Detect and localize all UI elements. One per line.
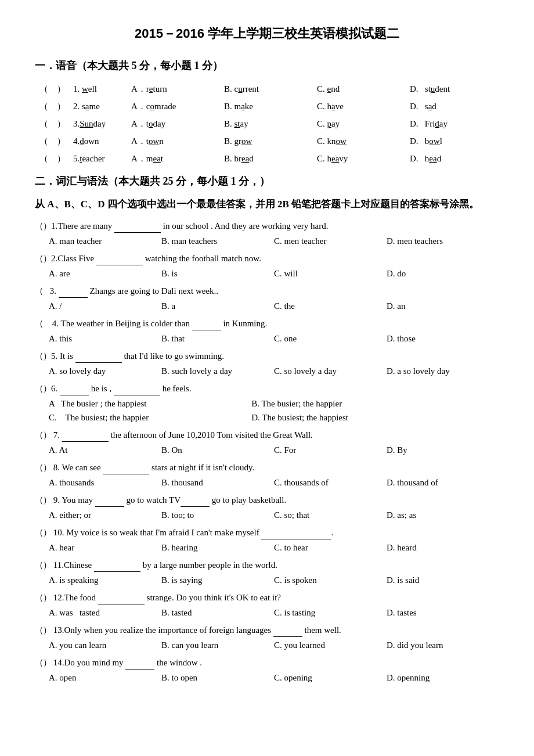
q2-optC: C. have <box>313 98 406 115</box>
q4-optB: B. that <box>161 332 274 345</box>
q3-optD: D. an <box>387 299 499 313</box>
q11-rparen: ） <box>43 558 49 572</box>
questions-container: （ ） 1.There are many in our school . And… <box>35 219 499 685</box>
q13-rparen: ） <box>43 623 49 637</box>
q2-optD: D. sad <box>406 98 499 115</box>
q2-word: 2. same <box>70 98 128 115</box>
q1-optC: C. men teacher <box>274 234 387 248</box>
q10-optB: B. hearing <box>161 541 274 555</box>
paren-2: （ <box>35 98 52 115</box>
q11-blank <box>94 563 140 572</box>
q1-optA: A．return <box>128 80 221 98</box>
q5-optC: C. so lovely a day <box>274 364 387 378</box>
q5-body: 5. It is that I'd like to go swimming. <box>51 349 499 363</box>
q3-optD: D. Friday <box>406 115 499 132</box>
q1-optD: D. student <box>406 80 499 98</box>
q9-options: A. either; or B. too; to C. so; that D. … <box>49 508 499 522</box>
q7-body: 7. the afternoon of June 10,2010 Tom vis… <box>51 428 499 442</box>
q2-body: 2.Class Five watching the football match… <box>51 251 499 265</box>
q11-body: 11.Chinese by a large number people in t… <box>51 558 499 572</box>
q9-rparen: ） <box>43 493 49 507</box>
section2-header: 二．词汇与语法（本大题共 25 分，每小题 1 分，） <box>35 173 499 190</box>
q9-blank1 <box>95 498 124 507</box>
q5-optA: A. so lovely day <box>49 364 161 378</box>
q4-word: 4.down <box>70 132 128 150</box>
q10-optC: C. to hear <box>274 541 387 555</box>
q12-optC: C. is tasting <box>274 606 387 620</box>
q-row-14: （ ） 14.Do you mind my the window . <box>35 656 499 669</box>
q6-rparen: ） <box>43 381 49 395</box>
q2-optB: B. make <box>221 98 313 115</box>
q-row-1: （ ） 1.There are many in our school . And… <box>35 219 499 233</box>
q9-body: 9. You may go to watch TV go to play bas… <box>51 493 499 507</box>
q2-blank <box>96 256 143 265</box>
q5-optB: B. such lovely a day <box>161 364 274 378</box>
q8-blank <box>103 465 149 474</box>
q10-optA: A. hear <box>49 541 161 555</box>
q2-optB: B. is <box>161 267 274 280</box>
q1-optA: A. man teacher <box>49 234 161 248</box>
q14-lparen: （ <box>35 656 43 669</box>
phonetics-table: （ ） 1. well A．return B. current C. end D… <box>35 80 499 167</box>
rparen-2: ） <box>52 98 70 115</box>
q10-lparen: （ <box>35 525 43 539</box>
q-row-3: （ 3. Zhangs are going to Dali next week.… <box>35 284 499 298</box>
q-row-4: （ 4. The weather in Beijing is colder th… <box>35 316 499 330</box>
q14-optA: A. open <box>49 671 161 685</box>
q8-rparen: ） <box>43 460 49 474</box>
q14-body: 14.Do you mind my the window . <box>51 656 499 669</box>
q11-lparen: （ <box>35 558 43 572</box>
q1-optB: B. man teachers <box>161 234 274 248</box>
q1-optD: D. men teachers <box>387 234 499 248</box>
q6-options: A The busier ; the happiest B. The busie… <box>49 397 499 424</box>
q9-blank2 <box>181 498 210 507</box>
q3-optA: A. / <box>49 299 161 313</box>
q-row-12: （ ） 12.The food strange. Do you think it… <box>35 591 499 604</box>
q4-rparen <box>43 316 50 330</box>
q5-lparen: （ <box>35 349 43 363</box>
q7-lparen: （ <box>35 428 43 442</box>
q5-blank <box>75 354 122 363</box>
q5-rparen: ） <box>43 349 49 363</box>
q13-lparen: （ <box>35 623 43 637</box>
q-row-2: （ ） 2.Class Five watching the football m… <box>35 251 499 265</box>
q9-optD: D. as; as <box>387 508 499 522</box>
q4-optC: C. know <box>313 132 406 150</box>
q1-word: 1. well <box>70 80 128 98</box>
q4-lparen: （ <box>35 316 43 330</box>
q9-optA: A. either; or <box>49 508 161 522</box>
paren-5: （ <box>35 150 52 167</box>
q4-optA: A．town <box>128 132 221 150</box>
q-row-6: （ ） 6. he is , he feels. <box>35 381 499 395</box>
q10-rparen: ） <box>43 525 49 539</box>
paren-1: （ <box>35 80 52 98</box>
q3-optC: C. pay <box>313 115 406 132</box>
q2-lparen: （ <box>35 251 43 265</box>
q6-body: 6. he is , he feels. <box>51 381 499 395</box>
q1-lparen: （ <box>35 219 43 233</box>
q10-blank <box>261 530 331 539</box>
q2-options: A. are B. is C. will D. do <box>49 267 499 280</box>
q1-rparen: ） <box>43 219 49 233</box>
q7-rparen: ） <box>43 428 49 442</box>
q14-options: A. open B. to open C. opening D. opennin… <box>49 671 499 685</box>
q10-optD: D. heard <box>387 541 499 555</box>
q14-optC: C. opening <box>274 671 387 685</box>
q7-optA: A. At <box>49 443 161 457</box>
q2-optA: A. are <box>49 267 161 280</box>
q11-optA: A. is speaking <box>49 573 161 587</box>
q14-optB: B. to open <box>161 671 274 685</box>
q-row-11: （ ） 11.Chinese by a large number people … <box>35 558 499 572</box>
q1-options: A. man teacher B. man teachers C. men te… <box>49 234 499 248</box>
q5-optA: A．meat <box>128 150 221 167</box>
q5-optD: D. head <box>406 150 499 167</box>
q13-optA: A. you can learn <box>49 638 161 652</box>
q8-options: A. thousands B. thousand C. thousands of… <box>49 476 499 489</box>
q12-optB: B. tasted <box>161 606 274 620</box>
q12-blank <box>98 595 145 604</box>
q6-optD: D. The busiest; the happiest <box>251 411 454 424</box>
q7-options: A. At B. On C. For D. By <box>49 443 499 457</box>
q4-optA: A. this <box>49 332 161 345</box>
q13-body: 13.Only when you realize the importance … <box>51 623 499 637</box>
q3-rparen <box>43 284 48 298</box>
